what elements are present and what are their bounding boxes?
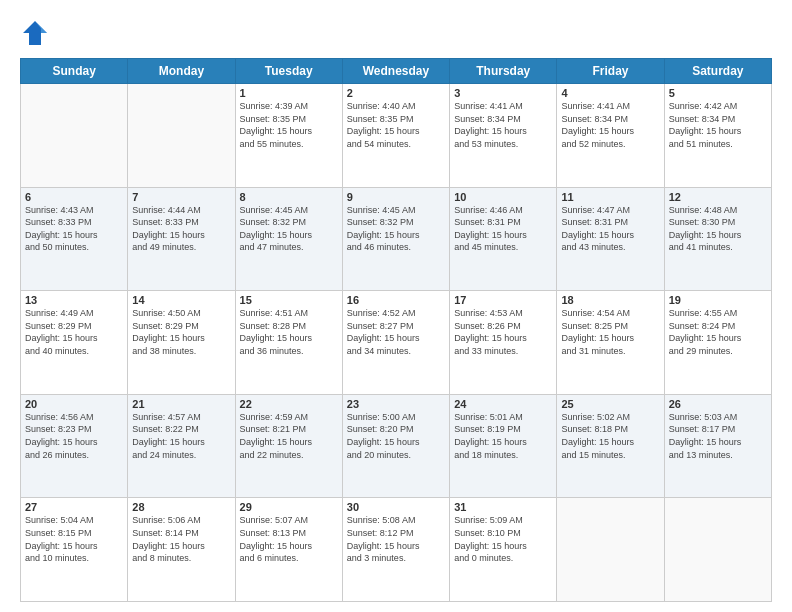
weekday-header-saturday: Saturday	[664, 59, 771, 84]
day-number: 1	[240, 87, 338, 99]
logo-icon	[20, 18, 50, 48]
calendar-cell: 17Sunrise: 4:53 AM Sunset: 8:26 PM Dayli…	[450, 291, 557, 395]
calendar-cell: 5Sunrise: 4:42 AM Sunset: 8:34 PM Daylig…	[664, 84, 771, 188]
day-number: 4	[561, 87, 659, 99]
day-number: 14	[132, 294, 230, 306]
day-number: 2	[347, 87, 445, 99]
day-number: 29	[240, 501, 338, 513]
calendar-cell: 26Sunrise: 5:03 AM Sunset: 8:17 PM Dayli…	[664, 394, 771, 498]
calendar-cell: 1Sunrise: 4:39 AM Sunset: 8:35 PM Daylig…	[235, 84, 342, 188]
calendar-cell	[128, 84, 235, 188]
calendar-cell: 30Sunrise: 5:08 AM Sunset: 8:12 PM Dayli…	[342, 498, 449, 602]
day-info: Sunrise: 4:49 AM Sunset: 8:29 PM Dayligh…	[25, 307, 123, 357]
day-number: 30	[347, 501, 445, 513]
day-info: Sunrise: 5:06 AM Sunset: 8:14 PM Dayligh…	[132, 514, 230, 564]
weekday-header-sunday: Sunday	[21, 59, 128, 84]
day-number: 8	[240, 191, 338, 203]
day-info: Sunrise: 5:03 AM Sunset: 8:17 PM Dayligh…	[669, 411, 767, 461]
weekday-header-monday: Monday	[128, 59, 235, 84]
day-info: Sunrise: 4:55 AM Sunset: 8:24 PM Dayligh…	[669, 307, 767, 357]
calendar-cell: 15Sunrise: 4:51 AM Sunset: 8:28 PM Dayli…	[235, 291, 342, 395]
calendar-cell: 18Sunrise: 4:54 AM Sunset: 8:25 PM Dayli…	[557, 291, 664, 395]
calendar-cell: 10Sunrise: 4:46 AM Sunset: 8:31 PM Dayli…	[450, 187, 557, 291]
calendar-week-row-3: 13Sunrise: 4:49 AM Sunset: 8:29 PM Dayli…	[21, 291, 772, 395]
day-info: Sunrise: 4:41 AM Sunset: 8:34 PM Dayligh…	[561, 100, 659, 150]
day-info: Sunrise: 4:51 AM Sunset: 8:28 PM Dayligh…	[240, 307, 338, 357]
day-number: 16	[347, 294, 445, 306]
calendar-week-row-1: 1Sunrise: 4:39 AM Sunset: 8:35 PM Daylig…	[21, 84, 772, 188]
day-info: Sunrise: 4:57 AM Sunset: 8:22 PM Dayligh…	[132, 411, 230, 461]
day-info: Sunrise: 4:42 AM Sunset: 8:34 PM Dayligh…	[669, 100, 767, 150]
calendar-cell: 9Sunrise: 4:45 AM Sunset: 8:32 PM Daylig…	[342, 187, 449, 291]
day-info: Sunrise: 5:04 AM Sunset: 8:15 PM Dayligh…	[25, 514, 123, 564]
calendar-cell: 20Sunrise: 4:56 AM Sunset: 8:23 PM Dayli…	[21, 394, 128, 498]
day-number: 28	[132, 501, 230, 513]
day-number: 27	[25, 501, 123, 513]
day-info: Sunrise: 5:02 AM Sunset: 8:18 PM Dayligh…	[561, 411, 659, 461]
calendar-week-row-2: 6Sunrise: 4:43 AM Sunset: 8:33 PM Daylig…	[21, 187, 772, 291]
calendar-cell: 12Sunrise: 4:48 AM Sunset: 8:30 PM Dayli…	[664, 187, 771, 291]
header	[20, 18, 772, 48]
day-number: 6	[25, 191, 123, 203]
day-info: Sunrise: 4:43 AM Sunset: 8:33 PM Dayligh…	[25, 204, 123, 254]
calendar-week-row-5: 27Sunrise: 5:04 AM Sunset: 8:15 PM Dayli…	[21, 498, 772, 602]
day-info: Sunrise: 4:56 AM Sunset: 8:23 PM Dayligh…	[25, 411, 123, 461]
calendar-cell: 3Sunrise: 4:41 AM Sunset: 8:34 PM Daylig…	[450, 84, 557, 188]
calendar-cell: 28Sunrise: 5:06 AM Sunset: 8:14 PM Dayli…	[128, 498, 235, 602]
day-info: Sunrise: 4:46 AM Sunset: 8:31 PM Dayligh…	[454, 204, 552, 254]
day-info: Sunrise: 4:44 AM Sunset: 8:33 PM Dayligh…	[132, 204, 230, 254]
day-number: 17	[454, 294, 552, 306]
calendar-cell	[557, 498, 664, 602]
calendar-cell: 19Sunrise: 4:55 AM Sunset: 8:24 PM Dayli…	[664, 291, 771, 395]
weekday-header-friday: Friday	[557, 59, 664, 84]
day-number: 15	[240, 294, 338, 306]
calendar-cell: 7Sunrise: 4:44 AM Sunset: 8:33 PM Daylig…	[128, 187, 235, 291]
day-number: 9	[347, 191, 445, 203]
calendar-cell: 13Sunrise: 4:49 AM Sunset: 8:29 PM Dayli…	[21, 291, 128, 395]
day-info: Sunrise: 5:09 AM Sunset: 8:10 PM Dayligh…	[454, 514, 552, 564]
day-number: 10	[454, 191, 552, 203]
calendar-cell: 4Sunrise: 4:41 AM Sunset: 8:34 PM Daylig…	[557, 84, 664, 188]
day-info: Sunrise: 4:52 AM Sunset: 8:27 PM Dayligh…	[347, 307, 445, 357]
day-number: 7	[132, 191, 230, 203]
calendar-cell: 8Sunrise: 4:45 AM Sunset: 8:32 PM Daylig…	[235, 187, 342, 291]
day-number: 5	[669, 87, 767, 99]
calendar-cell	[664, 498, 771, 602]
day-info: Sunrise: 4:59 AM Sunset: 8:21 PM Dayligh…	[240, 411, 338, 461]
calendar-cell: 24Sunrise: 5:01 AM Sunset: 8:19 PM Dayli…	[450, 394, 557, 498]
day-info: Sunrise: 4:48 AM Sunset: 8:30 PM Dayligh…	[669, 204, 767, 254]
day-info: Sunrise: 5:01 AM Sunset: 8:19 PM Dayligh…	[454, 411, 552, 461]
day-number: 26	[669, 398, 767, 410]
day-number: 3	[454, 87, 552, 99]
day-info: Sunrise: 4:47 AM Sunset: 8:31 PM Dayligh…	[561, 204, 659, 254]
day-number: 11	[561, 191, 659, 203]
calendar-week-row-4: 20Sunrise: 4:56 AM Sunset: 8:23 PM Dayli…	[21, 394, 772, 498]
calendar-cell: 11Sunrise: 4:47 AM Sunset: 8:31 PM Dayli…	[557, 187, 664, 291]
calendar-cell: 23Sunrise: 5:00 AM Sunset: 8:20 PM Dayli…	[342, 394, 449, 498]
calendar-cell	[21, 84, 128, 188]
day-number: 21	[132, 398, 230, 410]
day-info: Sunrise: 4:41 AM Sunset: 8:34 PM Dayligh…	[454, 100, 552, 150]
day-info: Sunrise: 4:54 AM Sunset: 8:25 PM Dayligh…	[561, 307, 659, 357]
calendar-cell: 31Sunrise: 5:09 AM Sunset: 8:10 PM Dayli…	[450, 498, 557, 602]
day-info: Sunrise: 5:00 AM Sunset: 8:20 PM Dayligh…	[347, 411, 445, 461]
calendar-cell: 6Sunrise: 4:43 AM Sunset: 8:33 PM Daylig…	[21, 187, 128, 291]
day-info: Sunrise: 4:50 AM Sunset: 8:29 PM Dayligh…	[132, 307, 230, 357]
day-number: 13	[25, 294, 123, 306]
day-info: Sunrise: 5:07 AM Sunset: 8:13 PM Dayligh…	[240, 514, 338, 564]
day-number: 22	[240, 398, 338, 410]
day-info: Sunrise: 5:08 AM Sunset: 8:12 PM Dayligh…	[347, 514, 445, 564]
day-info: Sunrise: 4:53 AM Sunset: 8:26 PM Dayligh…	[454, 307, 552, 357]
calendar-cell: 14Sunrise: 4:50 AM Sunset: 8:29 PM Dayli…	[128, 291, 235, 395]
day-number: 20	[25, 398, 123, 410]
day-info: Sunrise: 4:40 AM Sunset: 8:35 PM Dayligh…	[347, 100, 445, 150]
day-info: Sunrise: 4:45 AM Sunset: 8:32 PM Dayligh…	[347, 204, 445, 254]
calendar-table: SundayMondayTuesdayWednesdayThursdayFrid…	[20, 58, 772, 602]
weekday-header-tuesday: Tuesday	[235, 59, 342, 84]
calendar-cell: 22Sunrise: 4:59 AM Sunset: 8:21 PM Dayli…	[235, 394, 342, 498]
calendar-cell: 16Sunrise: 4:52 AM Sunset: 8:27 PM Dayli…	[342, 291, 449, 395]
day-number: 18	[561, 294, 659, 306]
day-number: 31	[454, 501, 552, 513]
calendar-cell: 27Sunrise: 5:04 AM Sunset: 8:15 PM Dayli…	[21, 498, 128, 602]
calendar-cell: 25Sunrise: 5:02 AM Sunset: 8:18 PM Dayli…	[557, 394, 664, 498]
